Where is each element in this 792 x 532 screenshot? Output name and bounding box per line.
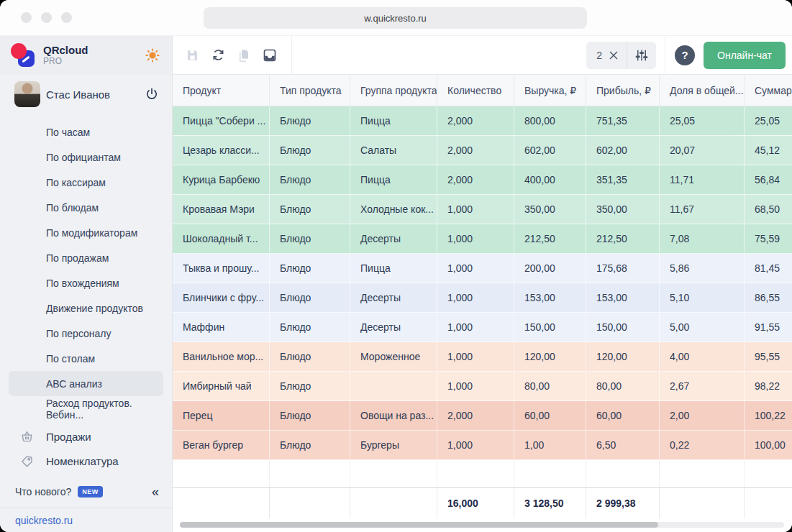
table-row[interactable]: Кровавая МэриБлюдоХолодные кок...1,00035… (173, 195, 792, 224)
cell-share: 7,08 (660, 224, 745, 254)
total-empty-cell (173, 488, 270, 518)
table-row[interactable]: Пицца "Собери ...БлюдоПицца2,000800,0075… (173, 106, 792, 136)
column-header[interactable]: Количество (437, 75, 514, 106)
sidebar-sections: Продажи Номенклатура (0, 424, 172, 473)
gap-cell (514, 460, 586, 487)
table-row[interactable]: Имбирный чайБлюдо1,00080,0080,002,6798,2… (173, 372, 792, 401)
window-minimize-button[interactable] (41, 12, 52, 23)
cell-revenue: 350,00 (514, 195, 586, 224)
table-totals-row: 16,0003 128,502 999,38 (173, 487, 792, 518)
table-row[interactable]: МаффинБлюдоДесерты1,000150,00150,005,009… (173, 313, 792, 342)
cell-type: Блюдо (270, 431, 350, 460)
export-button[interactable] (263, 48, 277, 63)
table-row[interactable]: ПерецБлюдоОвощи на раз...2,00060,0060,00… (173, 401, 792, 431)
cell-product: Курица Барбекю (173, 165, 270, 195)
sidebar-item-report[interactable]: По кассирам (0, 170, 172, 195)
cell-type: Блюдо (270, 195, 350, 224)
cell-revenue: 60,00 (514, 401, 586, 431)
window-close-button[interactable] (21, 12, 32, 23)
help-button[interactable]: ? (675, 45, 695, 65)
collapse-sidebar-icon[interactable]: « (152, 485, 159, 500)
logout-power-icon[interactable] (145, 87, 159, 101)
cell-product: Блинчики с фру... (173, 283, 270, 313)
column-header[interactable]: Группа продукта (350, 75, 437, 106)
sidebar-item-report[interactable]: По столам (0, 346, 172, 371)
filter-settings-icon[interactable] (627, 49, 656, 62)
sidebar-item-report[interactable]: По продажам (0, 245, 172, 270)
cell-type: Блюдо (270, 165, 350, 195)
sidebar-item-report[interactable]: По часам (0, 119, 172, 145)
active-filters-chip: 2 (586, 42, 656, 69)
table-row[interactable]: Курица БарбекюБлюдоПицца2,000400,00351,3… (173, 165, 792, 195)
copy-button[interactable] (237, 49, 250, 62)
cell-qty: 1,000 (437, 313, 514, 342)
table-row[interactable]: Шоколадный т...БлюдоДесерты1,000212,5021… (173, 224, 792, 254)
gap-cell (586, 460, 660, 487)
sidebar-item-report[interactable]: По вхождениям (0, 270, 172, 295)
cell-revenue: 400,00 (514, 165, 586, 195)
table-row[interactable]: Тыква и прошу...БлюдоПицца1,000200,00175… (173, 254, 792, 283)
table-header-row: ПродуктТип продуктаГруппа продуктаКоличе… (173, 75, 792, 106)
cell-group: Бургеры (350, 431, 437, 460)
sidebar-section-label: Продажи (46, 431, 91, 443)
clear-filters-icon[interactable] (608, 50, 627, 61)
user-profile[interactable]: Стас Иванов (0, 75, 172, 109)
cell-product: Тыква и прошу... (173, 254, 270, 283)
horizontal-scrollbar-thumb[interactable] (180, 522, 658, 528)
sidebar-item-nomenclature[interactable]: Номенклатура (0, 449, 172, 473)
sidebar-item-report[interactable]: Движение продуктов (0, 295, 172, 321)
quickresto-site-link[interactable]: quickresto.ru (15, 515, 73, 526)
table-row[interactable]: Цезарь класси...БлюдоСалаты2,000602,0060… (173, 136, 792, 165)
column-header[interactable]: Суммарная... (745, 75, 792, 106)
column-header[interactable]: Прибыль, ₽ (586, 75, 660, 106)
cell-share: 2,00 (660, 401, 745, 431)
address-bar[interactable]: w.quickresto.ru (204, 7, 587, 29)
cell-revenue: 602,00 (514, 136, 586, 165)
sidebar-item-report[interactable]: По персоналу (0, 321, 172, 346)
column-header[interactable]: Доля в общей... (660, 75, 745, 106)
horizontal-scrollbar[interactable] (180, 522, 784, 528)
abc-analysis-table: ПродуктТип продуктаГруппа продуктаКоличе… (173, 75, 792, 532)
sidebar-section-label: Номенклатура (46, 455, 119, 467)
sidebar-item-report[interactable]: По модификаторам (0, 220, 172, 245)
column-header[interactable]: Продукт (173, 75, 270, 106)
whats-new-link[interactable]: Что нового? NEW « (0, 479, 172, 505)
tag-icon (20, 454, 35, 468)
total-empty-cell (270, 488, 350, 518)
sidebar-item-report[interactable]: По официантам (0, 145, 172, 170)
save-button[interactable] (186, 48, 199, 62)
sidebar-item-report[interactable]: По блюдам (0, 195, 172, 220)
sidebar-item-report-active[interactable]: АВС анализ (9, 371, 163, 396)
cell-qty: 2,000 (437, 165, 514, 195)
cell-profit: 751,35 (586, 106, 660, 136)
refresh-icon (211, 48, 225, 62)
sidebar-item-report[interactable]: Расход продуктов. Вебин... (0, 396, 172, 421)
total-value: 16,000 (437, 488, 514, 518)
copy-icon (237, 49, 250, 62)
table-row[interactable]: Ванильное мор...БлюдоМороженное1,000120,… (173, 342, 792, 372)
total-value: 3 128,50 (514, 488, 586, 518)
cell-profit: 602,00 (586, 136, 660, 165)
cell-cumulative: 100,00 (745, 431, 792, 460)
theme-toggle-sun-icon[interactable] (145, 47, 160, 63)
save-icon (186, 48, 199, 62)
cell-profit: 150,00 (586, 313, 660, 342)
cell-product: Шоколадный т... (173, 224, 270, 254)
refresh-button[interactable] (211, 48, 225, 62)
online-chat-button[interactable]: Онлайн-чат (704, 42, 786, 69)
cell-profit: 80,00 (586, 372, 660, 401)
cell-profit: 120,00 (586, 342, 660, 372)
table-row[interactable]: Блинчики с фру...БлюдоДесерты1,000153,00… (173, 283, 792, 313)
sidebar-footer: Что нового? NEW « quickresto.ru (0, 479, 172, 532)
cell-product: Цезарь класси... (173, 136, 270, 165)
gap-cell (660, 460, 745, 487)
cell-share: 11,71 (660, 165, 745, 195)
sidebar-item-sales[interactable]: Продажи (0, 424, 172, 449)
table-row[interactable]: Веган бургерБлюдоБургеры1,0001,006,500,2… (173, 431, 792, 460)
column-header[interactable]: Тип продукта (270, 75, 350, 106)
cell-qty: 1,000 (437, 372, 514, 401)
browser-chrome: w.quickresto.ru (0, 0, 792, 36)
gap-cell (350, 460, 437, 487)
window-zoom-button[interactable] (61, 12, 72, 23)
column-header[interactable]: Выручка, ₽ (514, 75, 586, 106)
